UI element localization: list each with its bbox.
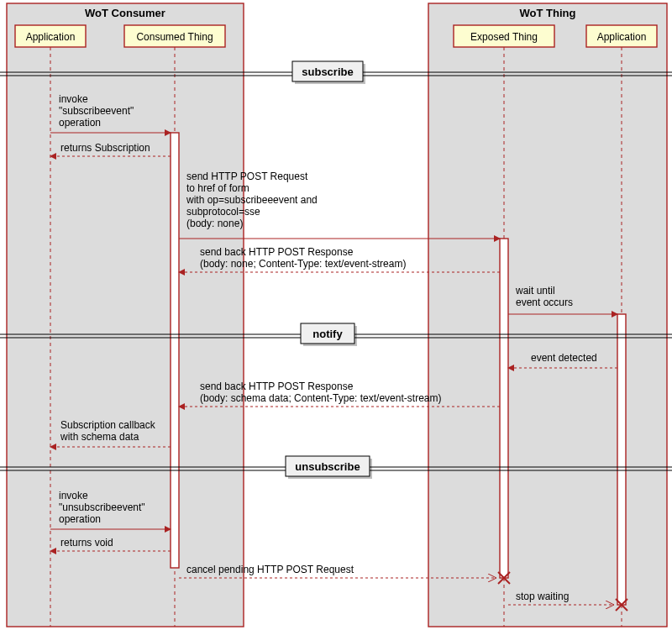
svg-text:Application: Application [597, 31, 647, 43]
svg-text:(body: none): (body: none) [186, 218, 243, 229]
thing-title: WoT Thing [520, 7, 576, 19]
svg-text:invoke: invoke [59, 93, 88, 105]
svg-text:with schema data: with schema data [60, 431, 139, 443]
svg-text:notify: notify [312, 328, 343, 340]
svg-text:subprotocol=sse: subprotocol=sse [186, 206, 260, 218]
svg-text:Exposed Thing: Exposed Thing [470, 31, 538, 43]
svg-text:"subscribeevent": "subscribeevent" [59, 105, 134, 117]
svg-text:invoke: invoke [59, 490, 88, 501]
svg-text:with op=subscribeeevent and: with op=subscribeeevent and [186, 194, 318, 206]
activation-exposed [500, 239, 508, 578]
svg-text:Subscription callback: Subscription callback [60, 419, 156, 431]
svg-text:operation: operation [59, 117, 101, 129]
activation-app-t [617, 314, 626, 605]
svg-text:operation: operation [59, 513, 101, 525]
svg-text:returns Subscription: returns Subscription [60, 142, 150, 154]
svg-text:event occurs: event occurs [516, 297, 573, 308]
svg-text:Consumed Thing: Consumed Thing [136, 31, 213, 43]
svg-text:(body: none; Content-Type: tex: (body: none; Content-Type: text/event-st… [200, 258, 406, 270]
thing-box [428, 3, 667, 627]
svg-text:unsubscribe: unsubscribe [295, 460, 360, 473]
svg-text:Application: Application [26, 31, 76, 43]
svg-text:(body: schema data; Content-Ty: (body: schema data; Content-Type: text/e… [200, 392, 441, 404]
svg-text:event detected: event detected [531, 352, 597, 364]
consumer-title: WoT Consumer [85, 7, 165, 19]
svg-text:send back HTTP POST Response: send back HTTP POST Response [200, 246, 354, 258]
svg-text:wait until: wait until [515, 285, 555, 297]
svg-text:"unsubscribeevent": "unsubscribeevent" [59, 501, 145, 513]
svg-text:returns void: returns void [60, 537, 113, 549]
svg-text:cancel pending HTTP POST Reque: cancel pending HTTP POST Request [186, 564, 354, 575]
consumer-box [7, 3, 244, 627]
activation-consumed [171, 133, 179, 568]
svg-text:stop waiting: stop waiting [516, 591, 569, 602]
svg-text:send HTTP POST Request: send HTTP POST Request [186, 171, 308, 182]
sequence-diagram: WoT Consumer WoT Thing Application Consu… [0, 0, 672, 630]
svg-text:to href of form: to href of form [186, 182, 249, 194]
svg-text:send back HTTP POST Response: send back HTTP POST Response [200, 381, 354, 392]
svg-text:subscribe: subscribe [302, 66, 353, 78]
